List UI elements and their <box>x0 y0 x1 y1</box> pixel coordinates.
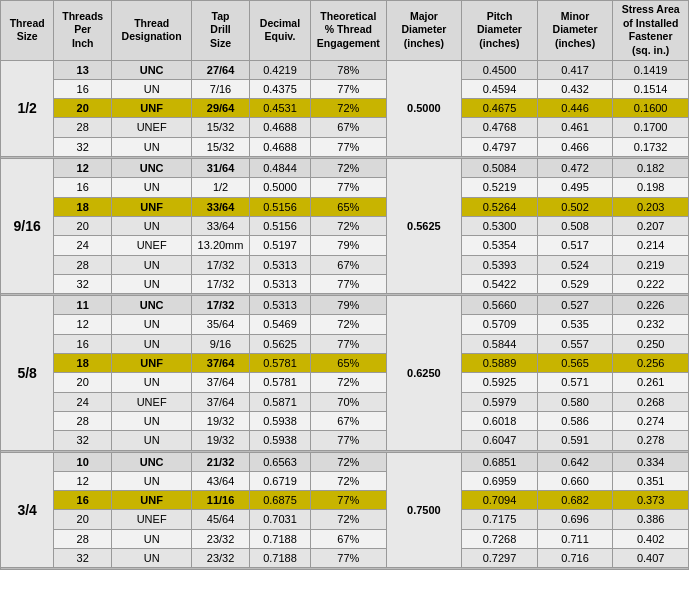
tpi-cell: 24 <box>54 236 112 255</box>
pct-engagement-cell: 72% <box>311 216 387 235</box>
minor-diameter-cell: 0.417 <box>537 60 613 79</box>
header-minor: MinorDiameter(inches) <box>537 1 613 61</box>
pitch-diameter-cell: 0.5300 <box>462 216 538 235</box>
pitch-diameter-cell: 0.4594 <box>462 79 538 98</box>
designation-cell: UNEF <box>112 236 192 255</box>
designation-cell: UN <box>112 178 192 197</box>
tap-drill-cell: 35/64 <box>192 315 250 334</box>
tap-drill-cell: 43/64 <box>192 471 250 490</box>
pct-engagement-cell: 65% <box>311 354 387 373</box>
stress-area-cell: 0.1514 <box>613 79 689 98</box>
designation-cell: UN <box>112 529 192 548</box>
designation-cell: UN <box>112 431 192 450</box>
minor-diameter-cell: 0.580 <box>537 392 613 411</box>
tap-drill-cell: 11/16 <box>192 491 250 510</box>
decimal-cell: 0.7188 <box>249 548 310 567</box>
decimal-cell: 0.5197 <box>249 236 310 255</box>
stress-area-cell: 0.232 <box>613 315 689 334</box>
tpi-cell: 20 <box>54 373 112 392</box>
tpi-cell: 16 <box>54 491 112 510</box>
tpi-cell: 28 <box>54 255 112 274</box>
decimal-cell: 0.4375 <box>249 79 310 98</box>
minor-diameter-cell: 0.527 <box>537 296 613 315</box>
decimal-cell: 0.4688 <box>249 137 310 156</box>
tpi-cell: 10 <box>54 452 112 471</box>
major-diameter-cell: 0.6250 <box>386 296 462 450</box>
stress-area-cell: 0.261 <box>613 373 689 392</box>
designation-cell: UN <box>112 411 192 430</box>
decimal-cell: 0.5781 <box>249 354 310 373</box>
stress-area-cell: 0.274 <box>613 411 689 430</box>
pitch-diameter-cell: 0.5354 <box>462 236 538 255</box>
pct-engagement-cell: 77% <box>311 274 387 293</box>
minor-diameter-cell: 0.524 <box>537 255 613 274</box>
pct-engagement-cell: 67% <box>311 529 387 548</box>
decimal-cell: 0.7031 <box>249 510 310 529</box>
tpi-cell: 11 <box>54 296 112 315</box>
thread-size-label: 5/8 <box>1 296 54 450</box>
pitch-diameter-cell: 0.7268 <box>462 529 538 548</box>
tpi-cell: 20 <box>54 510 112 529</box>
minor-diameter-cell: 0.529 <box>537 274 613 293</box>
tap-drill-cell: 33/64 <box>192 197 250 216</box>
header-tpi: ThreadsPerInch <box>54 1 112 61</box>
tpi-cell: 28 <box>54 529 112 548</box>
pct-engagement-cell: 70% <box>311 392 387 411</box>
pitch-diameter-cell: 0.6959 <box>462 471 538 490</box>
stress-area-cell: 0.351 <box>613 471 689 490</box>
tap-drill-cell: 33/64 <box>192 216 250 235</box>
pct-engagement-cell: 77% <box>311 548 387 567</box>
designation-cell: UNEF <box>112 118 192 137</box>
tap-drill-cell: 29/64 <box>192 99 250 118</box>
thread-size-label: 1/2 <box>1 60 54 156</box>
tap-drill-cell: 23/32 <box>192 529 250 548</box>
pitch-diameter-cell: 0.5264 <box>462 197 538 216</box>
stress-area-cell: 0.1732 <box>613 137 689 156</box>
major-diameter-cell: 0.5000 <box>386 60 462 156</box>
minor-diameter-cell: 0.696 <box>537 510 613 529</box>
pct-engagement-cell: 77% <box>311 178 387 197</box>
stress-area-cell: 0.198 <box>613 178 689 197</box>
pitch-diameter-cell: 0.5844 <box>462 334 538 353</box>
stress-area-cell: 0.268 <box>613 392 689 411</box>
tap-drill-cell: 17/32 <box>192 255 250 274</box>
decimal-cell: 0.5469 <box>249 315 310 334</box>
minor-diameter-cell: 0.502 <box>537 197 613 216</box>
tpi-cell: 32 <box>54 431 112 450</box>
stress-area-cell: 0.373 <box>613 491 689 510</box>
stress-area-cell: 0.207 <box>613 216 689 235</box>
tpi-cell: 12 <box>54 159 112 178</box>
designation-cell: UN <box>112 548 192 567</box>
minor-diameter-cell: 0.535 <box>537 315 613 334</box>
stress-area-cell: 0.1700 <box>613 118 689 137</box>
pitch-diameter-cell: 0.5422 <box>462 274 538 293</box>
tpi-cell: 16 <box>54 178 112 197</box>
minor-diameter-cell: 0.461 <box>537 118 613 137</box>
minor-diameter-cell: 0.660 <box>537 471 613 490</box>
designation-cell: UN <box>112 471 192 490</box>
tpi-cell: 32 <box>54 548 112 567</box>
tap-drill-cell: 17/32 <box>192 274 250 293</box>
pitch-diameter-cell: 0.6018 <box>462 411 538 430</box>
tpi-cell: 13 <box>54 60 112 79</box>
minor-diameter-cell: 0.642 <box>537 452 613 471</box>
designation-cell: UN <box>112 274 192 293</box>
pct-engagement-cell: 65% <box>311 197 387 216</box>
tpi-cell: 28 <box>54 118 112 137</box>
pct-engagement-cell: 77% <box>311 137 387 156</box>
stress-area-cell: 0.386 <box>613 510 689 529</box>
pitch-diameter-cell: 0.5925 <box>462 373 538 392</box>
pct-engagement-cell: 77% <box>311 79 387 98</box>
pct-engagement-cell: 78% <box>311 60 387 79</box>
header-thread-size: ThreadSize <box>1 1 54 61</box>
decimal-cell: 0.4844 <box>249 159 310 178</box>
designation-cell: UN <box>112 373 192 392</box>
tpi-cell: 20 <box>54 216 112 235</box>
pct-engagement-cell: 72% <box>311 315 387 334</box>
thread-size-label: 3/4 <box>1 452 54 568</box>
decimal-cell: 0.4531 <box>249 99 310 118</box>
tpi-cell: 32 <box>54 137 112 156</box>
designation-cell: UNEF <box>112 510 192 529</box>
pct-engagement-cell: 72% <box>311 452 387 471</box>
pct-engagement-cell: 67% <box>311 118 387 137</box>
